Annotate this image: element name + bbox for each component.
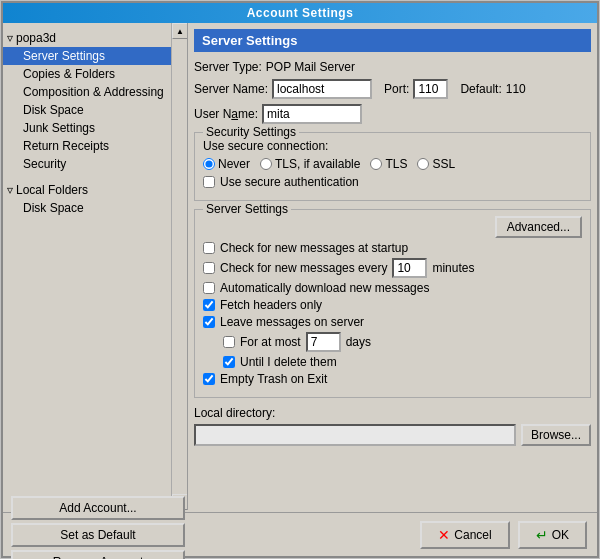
check-every-unit: minutes <box>432 261 474 275</box>
server-settings-section: Server Settings Advanced... Check for ne… <box>194 209 591 398</box>
sidebar-item-return-receipts[interactable]: Return Receipts <box>3 137 187 155</box>
check-every-checkbox[interactable] <box>203 262 215 274</box>
username-row: User Name: <box>194 104 591 124</box>
local-dir-row: Browse... <box>194 424 591 446</box>
security-section-title: Security Settings <box>203 125 299 139</box>
bottom-left-buttons: Add Account... Set as Default Remove Acc… <box>3 492 193 560</box>
leave-messages-label: Leave messages on server <box>220 315 364 329</box>
add-account-button[interactable]: Add Account... <box>11 496 185 520</box>
username-label: User Name: <box>194 107 258 121</box>
for-at-most-checkbox[interactable] <box>223 336 235 348</box>
leave-messages-row: Leave messages on server <box>203 315 582 329</box>
bottom-right-buttons: ✕ Cancel ↵ OK <box>193 521 597 549</box>
server-name-input[interactable] <box>272 79 372 99</box>
until-delete-label: Until I delete them <box>240 355 337 369</box>
content-area: Server Settings Server Type: POP Mail Se… <box>188 23 597 510</box>
radio-tls-if-available[interactable]: TLS, if available <box>260 157 360 171</box>
empty-trash-row: Empty Trash on Exit <box>203 372 582 386</box>
fetch-headers-row: Fetch headers only <box>203 298 582 312</box>
cancel-button[interactable]: ✕ Cancel <box>420 521 509 549</box>
use-secure-auth-label: Use secure authentication <box>220 175 359 189</box>
until-delete-row: Until I delete them <box>223 355 582 369</box>
server-type-label: Server Type: <box>194 60 262 74</box>
server-settings-panel: Server Settings Server Type: POP Mail Se… <box>194 29 591 446</box>
radio-tls-input[interactable] <box>370 158 382 170</box>
security-settings-section: Security Settings Use secure connection:… <box>194 132 591 201</box>
radio-ssl[interactable]: SSL <box>417 157 455 171</box>
sidebar-item-security[interactable]: Security <box>3 155 187 173</box>
check-startup-row: Check for new messages at startup <box>203 241 582 255</box>
radio-never[interactable]: Never <box>203 157 250 171</box>
default-value: 110 <box>506 82 526 96</box>
local-dir-label: Local directory: <box>194 406 591 420</box>
sidebar-group-label-popa3d: popa3d <box>16 31 56 45</box>
ok-icon: ↵ <box>536 527 548 543</box>
title-bar: Account Settings <box>3 3 597 23</box>
auto-download-checkbox[interactable] <box>203 282 215 294</box>
use-secure-label: Use secure connection: <box>203 139 582 153</box>
fetch-headers-label: Fetch headers only <box>220 298 322 312</box>
server-name-row: Server Name: Port: Default: 110 <box>194 79 591 99</box>
empty-trash-checkbox[interactable] <box>203 373 215 385</box>
for-at-most-input[interactable] <box>306 332 341 352</box>
main-content: ▿ popa3d Server Settings Copies & Folder… <box>3 23 597 510</box>
leave-messages-checkbox[interactable] <box>203 316 215 328</box>
radio-tls[interactable]: TLS <box>370 157 407 171</box>
check-every-label: Check for new messages every <box>220 261 387 275</box>
server-name-label: Server Name: <box>194 82 268 96</box>
window-title: Account Settings <box>247 6 354 20</box>
sidebar-item-server-settings[interactable]: Server Settings <box>3 47 187 65</box>
cancel-icon: ✕ <box>438 527 450 543</box>
sidebar-item-junk-settings[interactable]: Junk Settings <box>3 119 187 137</box>
radio-ssl-input[interactable] <box>417 158 429 170</box>
sidebar: ▿ popa3d Server Settings Copies & Folder… <box>3 23 188 510</box>
check-startup-label: Check for new messages at startup <box>220 241 408 255</box>
username-input[interactable] <box>262 104 362 124</box>
use-secure-auth-row: Use secure authentication <box>203 175 582 189</box>
radio-never-input[interactable] <box>203 158 215 170</box>
radio-tls-available-input[interactable] <box>260 158 272 170</box>
sidebar-item-local-disk-space[interactable]: Disk Space <box>3 199 187 217</box>
sidebar-group-popa3d: ▿ popa3d <box>3 27 187 47</box>
scroll-up-arrow[interactable]: ▲ <box>172 23 188 39</box>
sidebar-group-local-folders: ▿ Local Folders <box>3 179 187 199</box>
ok-button[interactable]: ↵ OK <box>518 521 587 549</box>
default-label: Default: <box>460 82 501 96</box>
server-type-row: Server Type: POP Mail Server <box>194 60 591 74</box>
local-dir-input[interactable] <box>194 424 516 446</box>
port-label: Port: <box>384 82 409 96</box>
auto-download-label: Automatically download new messages <box>220 281 429 295</box>
check-every-row: Check for new messages every minutes <box>203 258 582 278</box>
auto-download-row: Automatically download new messages <box>203 281 582 295</box>
panel-header: Server Settings <box>194 29 591 52</box>
empty-trash-label: Empty Trash on Exit <box>220 372 327 386</box>
for-at-most-row: For at most days <box>223 332 582 352</box>
advanced-button[interactable]: Advanced... <box>495 216 582 238</box>
sidebar-scrollbar[interactable]: ▲ ▼ <box>171 23 187 510</box>
bottom-bar: Add Account... Set as Default Remove Acc… <box>3 512 597 556</box>
for-at-most-label: For at most <box>240 335 301 349</box>
check-startup-checkbox[interactable] <box>203 242 215 254</box>
fetch-headers-checkbox[interactable] <box>203 299 215 311</box>
local-dir-section: Local directory: Browse... <box>194 406 591 446</box>
use-secure-auth-checkbox[interactable] <box>203 176 215 188</box>
sidebar-group-label-local-folders: Local Folders <box>16 183 88 197</box>
set-default-button[interactable]: Set as Default <box>11 523 185 547</box>
port-input[interactable] <box>413 79 448 99</box>
for-at-most-unit: days <box>346 335 371 349</box>
remove-account-button[interactable]: Remove Account <box>11 550 185 560</box>
check-every-input[interactable] <box>392 258 427 278</box>
server-type-value: POP Mail Server <box>266 60 355 74</box>
sidebar-item-copies-folders[interactable]: Copies & Folders <box>3 65 187 83</box>
sidebar-item-composition-addressing[interactable]: Composition & Addressing <box>3 83 187 101</box>
secure-connection-radio-group: Never TLS, if available TLS SSL <box>203 157 582 171</box>
main-window: Account Settings ▿ popa3d Server Setting… <box>1 1 599 558</box>
sidebar-item-disk-space[interactable]: Disk Space <box>3 101 187 119</box>
server-sub-section-title: Server Settings <box>203 202 291 216</box>
browse-button[interactable]: Browse... <box>521 424 591 446</box>
until-delete-checkbox[interactable] <box>223 356 235 368</box>
